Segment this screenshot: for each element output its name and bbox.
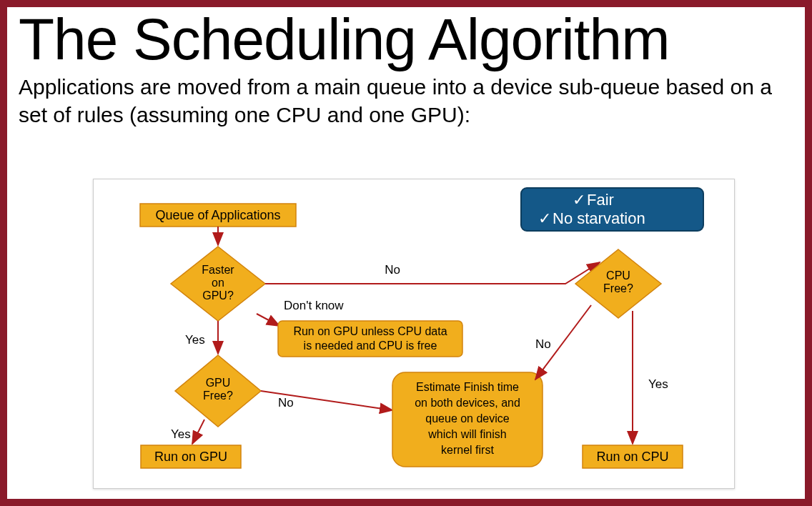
edge-label-no: No xyxy=(385,263,400,277)
node-est-l1: Estimate Finish time xyxy=(416,381,519,393)
arrow-gpufree-yes xyxy=(192,420,204,444)
arrow-faster-no xyxy=(265,262,600,284)
node-cpufree-l2: Free? xyxy=(603,282,633,294)
node-est-l2: on both devices, and xyxy=(415,397,520,409)
badge-line2: No starvation xyxy=(553,209,645,227)
edge-label-dontknow: Don't know xyxy=(284,299,344,312)
node-est-l3: queue on device xyxy=(425,412,510,425)
node-est-l4: which will finish xyxy=(427,428,506,440)
arrow-faster-dontknow xyxy=(257,314,279,326)
node-est-l5: kernel first xyxy=(441,444,494,456)
node-gpufree-l1: GPU xyxy=(206,377,231,389)
edge-label-yes3: Yes xyxy=(648,377,668,391)
node-faster-l2: on xyxy=(212,277,224,289)
badge-line1: Fair xyxy=(587,191,614,209)
slide-subtitle: Applications are moved from a main queue… xyxy=(19,73,793,129)
node-run-gpu-label: Run on GPU xyxy=(154,450,227,464)
node-run-cpu-label: Run on CPU xyxy=(596,450,668,464)
flowchart-svg: ✓ Fair ✓ No starvation Queue of Applicat… xyxy=(94,179,734,488)
slide-title: The Scheduling Algorithm xyxy=(19,10,793,69)
flowchart-container: ✓ Fair ✓ No starvation Queue of Applicat… xyxy=(93,179,735,489)
edge-label-no2: No xyxy=(278,396,294,410)
edge-label-yes: Yes xyxy=(185,333,205,347)
node-dontknow-l1: Run on GPU unless CPU data xyxy=(293,325,447,337)
badge-check1: ✓ xyxy=(573,191,585,209)
node-faster-l1: Faster xyxy=(202,264,234,276)
node-faster-l3: GPU? xyxy=(202,289,234,302)
edge-label-no3: No xyxy=(535,337,551,351)
node-gpufree-l2: Free? xyxy=(203,390,233,402)
edge-label-yes2: Yes xyxy=(171,427,191,441)
node-dontknow-l2: is needed and CPU is free xyxy=(304,339,437,352)
node-queue-label: Queue of Applications xyxy=(155,208,280,222)
node-cpufree-l1: CPU xyxy=(606,269,630,282)
badge-check2: ✓ xyxy=(538,209,551,227)
